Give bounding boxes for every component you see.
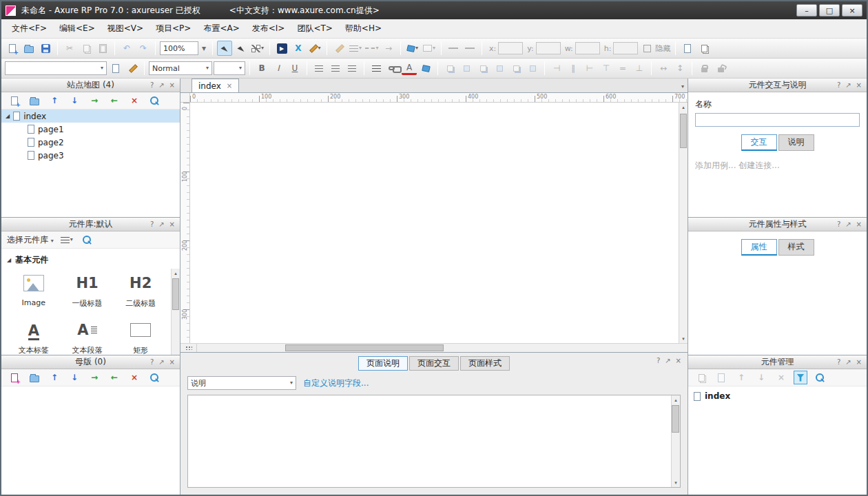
distribute-horizontal-button[interactable]: ↔ bbox=[656, 61, 671, 76]
arrow-style-select[interactable]: → bbox=[381, 41, 396, 56]
close-panel-icon[interactable]: × bbox=[169, 220, 175, 228]
menu-file[interactable]: 文件<F> bbox=[6, 19, 53, 38]
library-picker[interactable]: 选择元件库 ▾ bbox=[7, 234, 54, 246]
tab-page-styles[interactable]: 页面样式 bbox=[460, 356, 510, 371]
add-master-folder-button[interactable] bbox=[27, 370, 42, 385]
menu-project[interactable]: 项目<P> bbox=[149, 19, 197, 38]
master-down-button[interactable]: ↓ bbox=[67, 370, 82, 385]
footnote-button[interactable] bbox=[680, 41, 695, 56]
unlock-button[interactable] bbox=[713, 61, 728, 76]
tab-page-notes[interactable]: 页面说明 bbox=[358, 356, 408, 371]
distribute-vertical-button[interactable]: ↕ bbox=[672, 61, 688, 76]
tree-item-page2[interactable]: page2 bbox=[1, 136, 180, 149]
master-indent-button[interactable]: → bbox=[87, 370, 102, 385]
font-family-select[interactable]: ▾ bbox=[5, 61, 107, 75]
preview-button[interactable]: ▶ bbox=[274, 41, 289, 56]
float-panel-icon[interactable]: ↗ bbox=[158, 358, 164, 366]
float-panel-icon[interactable]: ↗ bbox=[158, 81, 164, 89]
widget-paragraph[interactable]: A 文本段落 bbox=[61, 320, 114, 355]
note-text-area[interactable]: ▴ ▾ bbox=[187, 395, 681, 488]
annotation-button[interactable] bbox=[696, 41, 712, 56]
align-objects-bottom-button[interactable]: ⊥ bbox=[632, 61, 647, 76]
zoom-select[interactable]: 100% bbox=[160, 41, 198, 55]
tree-item-page3[interactable]: page3 bbox=[1, 149, 180, 162]
scroll-up-arrow[interactable]: ▴ bbox=[679, 103, 688, 112]
menu-help[interactable]: 帮助<H> bbox=[339, 19, 388, 38]
new-file-button[interactable]: + bbox=[5, 41, 20, 56]
line-weight-select[interactable]: ▾ bbox=[348, 41, 363, 56]
manager-page-button[interactable] bbox=[714, 370, 729, 385]
manager-down-button[interactable]: ↓ bbox=[754, 370, 769, 385]
expand-icon[interactable]: ◢ bbox=[6, 113, 10, 119]
font-color-button[interactable]: A bbox=[402, 62, 417, 75]
y-input[interactable] bbox=[536, 42, 561, 54]
cut-button[interactable]: ✂ bbox=[62, 41, 77, 56]
italic-button[interactable]: I bbox=[271, 61, 286, 76]
underline-button[interactable]: U bbox=[287, 61, 302, 76]
widget-text-label[interactable]: A 文本标签 bbox=[7, 320, 61, 355]
select-tool-button[interactable] bbox=[217, 41, 232, 56]
align-objects-middle-button[interactable]: = bbox=[615, 61, 630, 76]
paste-button[interactable] bbox=[95, 41, 110, 56]
align-objects-right-button[interactable]: ⊢ bbox=[582, 61, 597, 76]
open-file-button[interactable] bbox=[21, 41, 37, 56]
zoom-caret[interactable]: ▾ bbox=[200, 41, 208, 56]
tab-properties[interactable]: 属性 bbox=[741, 239, 777, 256]
float-panel-icon[interactable]: ↗ bbox=[845, 220, 851, 228]
scroll-down-arrow[interactable]: ▾ bbox=[672, 478, 680, 487]
hide-checkbox[interactable] bbox=[643, 45, 651, 52]
manager-up-button[interactable]: ↑ bbox=[734, 370, 749, 385]
redo-button[interactable]: ↷ bbox=[136, 41, 151, 56]
canvas-vertical-scrollbar[interactable]: ▴ ▾ bbox=[679, 103, 688, 343]
ungroup-button[interactable] bbox=[459, 61, 474, 76]
move-down-button[interactable]: ↓ bbox=[67, 93, 82, 108]
outdent-button[interactable]: ← bbox=[107, 93, 122, 108]
help-icon[interactable]: ? bbox=[150, 358, 154, 366]
widget-rectangle[interactable]: 矩形 bbox=[114, 320, 167, 355]
help-icon[interactable]: ? bbox=[150, 81, 154, 89]
help-icon[interactable]: ? bbox=[837, 220, 840, 228]
bold-button[interactable]: B bbox=[254, 61, 269, 76]
fill-color-select[interactable]: ▾ bbox=[405, 41, 420, 56]
send-back-button[interactable] bbox=[492, 61, 507, 76]
scroll-options-button[interactable] bbox=[180, 344, 197, 352]
font-check-button[interactable] bbox=[108, 61, 123, 76]
manager-delete-button[interactable]: × bbox=[774, 370, 789, 385]
master-up-button[interactable]: ↑ bbox=[47, 370, 62, 385]
close-panel-icon[interactable]: × bbox=[856, 220, 862, 228]
bring-front-button[interactable] bbox=[475, 61, 490, 76]
help-icon[interactable]: ? bbox=[837, 358, 840, 366]
h-input[interactable] bbox=[613, 42, 638, 54]
menu-team[interactable]: 团队<T> bbox=[291, 19, 338, 38]
close-panel-icon[interactable]: × bbox=[856, 81, 862, 89]
tab-interactions[interactable]: 交互 bbox=[741, 134, 777, 151]
tab-list-button[interactable]: ▾ bbox=[681, 83, 684, 90]
menu-publish[interactable]: 发布<I> bbox=[246, 19, 291, 38]
menu-edit[interactable]: 编辑<E> bbox=[53, 19, 101, 38]
float-panel-icon[interactable]: ↗ bbox=[665, 357, 670, 364]
tab-notes[interactable]: 说明 bbox=[778, 134, 814, 151]
publish-axshare-button[interactable]: X bbox=[291, 41, 306, 56]
tree-item-index[interactable]: ◢ index bbox=[1, 110, 180, 123]
indent-button[interactable]: → bbox=[87, 93, 102, 108]
help-icon[interactable]: ? bbox=[150, 220, 154, 228]
h-line-button[interactable] bbox=[446, 41, 461, 56]
float-panel-icon[interactable]: ↗ bbox=[845, 81, 851, 89]
select-intersect-tool-button[interactable] bbox=[234, 41, 249, 56]
align-objects-left-button[interactable]: ⊣ bbox=[549, 61, 564, 76]
minimize-button[interactable]: – bbox=[796, 4, 817, 17]
help-icon[interactable]: ? bbox=[837, 81, 840, 89]
close-panel-icon[interactable]: × bbox=[169, 358, 175, 366]
move-up-button[interactable]: ↑ bbox=[47, 93, 62, 108]
add-page-button[interactable]: + bbox=[7, 93, 22, 108]
tree-item-page1[interactable]: page1 bbox=[1, 123, 180, 136]
close-panel-icon[interactable]: × bbox=[856, 358, 862, 366]
help-icon[interactable]: ? bbox=[657, 357, 660, 364]
search-masters-button[interactable] bbox=[147, 370, 162, 385]
scroll-thumb[interactable] bbox=[680, 114, 687, 148]
delete-page-button[interactable]: × bbox=[127, 93, 142, 108]
send-backward-button[interactable] bbox=[525, 61, 540, 76]
text-style-select[interactable]: Normal▾ bbox=[149, 61, 212, 75]
x-input[interactable] bbox=[498, 42, 523, 54]
scroll-up-arrow[interactable]: ▴ bbox=[672, 395, 680, 404]
